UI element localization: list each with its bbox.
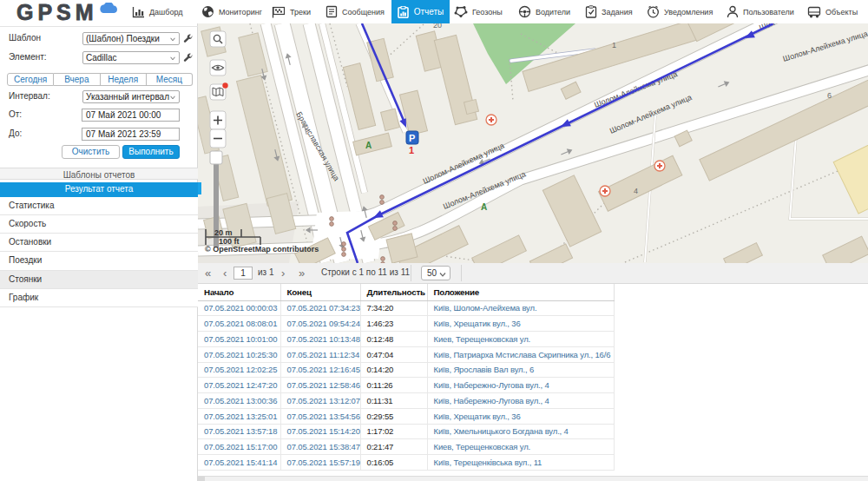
- svg-text:P: P: [409, 133, 415, 143]
- svg-text:6: 6: [827, 91, 832, 100]
- svg-text:4: 4: [634, 187, 638, 195]
- svg-text:20 m: 20 m: [214, 228, 233, 237]
- svg-text:А: А: [365, 141, 372, 150]
- svg-text:1: 1: [612, 41, 616, 49]
- svg-text:1: 1: [409, 145, 414, 155]
- svg-text:А: А: [481, 202, 487, 212]
- svg-text:© OpenStreetMap contributors: © OpenStreetMap contributors: [205, 245, 319, 254]
- svg-text:20: 20: [433, 23, 442, 30]
